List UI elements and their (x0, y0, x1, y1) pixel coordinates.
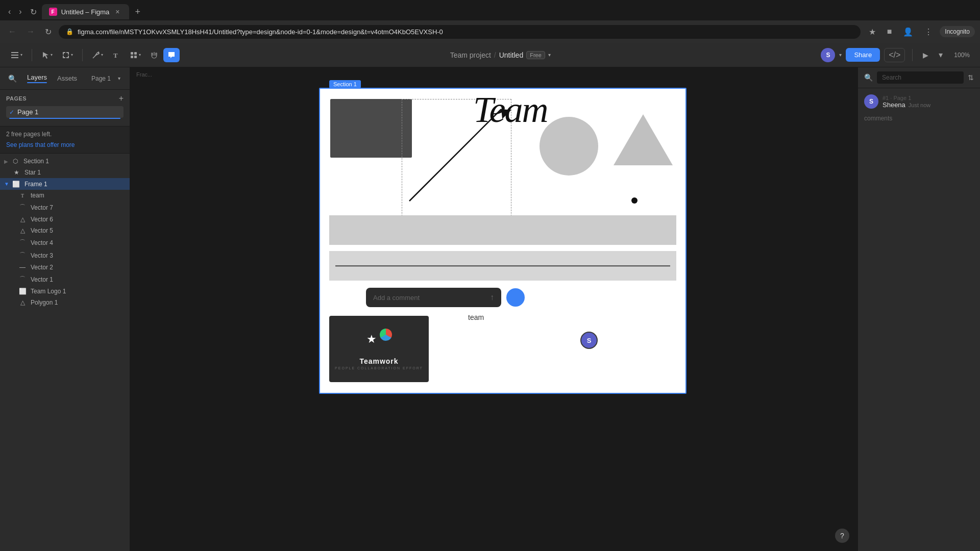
user-avatar-btn[interactable]: S (821, 48, 835, 62)
tab-assets[interactable]: Assets (53, 71, 81, 85)
gray-bar-2 (329, 251, 676, 281)
panel-search-btn[interactable]: 🔍 (6, 72, 19, 85)
tool-group-selection: ▾ ▾ (37, 48, 77, 62)
layer-team-name: team (31, 192, 124, 199)
hand-tool-btn[interactable] (146, 48, 162, 62)
pages-section: Pages + ✓ Page 1 (0, 90, 130, 127)
vector6-icon: △ (18, 216, 27, 223)
comment-user-block: S #1 · Page 1 Sheena Just now (858, 88, 980, 115)
address-input[interactable] (78, 28, 853, 36)
layer-frame1[interactable]: ▼ ⬜ Frame 1 🔒 👁 (0, 178, 130, 190)
page-selector-dropdown[interactable]: ▾ (115, 73, 124, 83)
vector1-icon: ⌒ (18, 275, 27, 284)
incognito-btn[interactable]: Incognito (940, 26, 975, 37)
frame-icon: ⬜ (12, 181, 20, 188)
comment-submit-btn[interactable]: ↑ (490, 293, 494, 302)
teamwork-logo-box: ★ Teamwork PEOPLE COLLABORATION EFFORT (329, 316, 429, 382)
section-1-label: Section 1 (329, 80, 361, 88)
svg-rect-0 (11, 52, 18, 53)
layer-vector5[interactable]: △ Vector 5 (0, 225, 130, 236)
play-dropdown-btn[interactable]: ▾ (936, 48, 946, 62)
move-tool-btn[interactable]: ▾ (37, 48, 57, 62)
main-frame[interactable]: Team (319, 88, 687, 394)
play-btn[interactable]: ▶ (920, 49, 932, 61)
layer-teamlogo1-name: Team Logo 1 (31, 288, 124, 295)
lock-layer-btn[interactable]: 🔒 (103, 180, 113, 188)
frame-tool-btn[interactable]: ▾ (58, 48, 77, 62)
svg-rect-10 (68, 56, 69, 58)
free-pages-link[interactable]: See plans that offer more (6, 141, 75, 148)
settings-btn[interactable]: ⋮ (920, 25, 937, 39)
canvas-area[interactable]: Frac... Section 1 Team (130, 67, 857, 551)
layer-vector7[interactable]: ⌒ Vector 7 (0, 201, 130, 214)
tab-layers[interactable]: Layers (23, 71, 51, 85)
svg-rect-8 (68, 52, 69, 55)
free-pages-notice: 2 free pages left. See plans that offer … (0, 127, 130, 154)
layer-vector1[interactable]: ⌒ Vector 1 (0, 273, 130, 286)
tab-forward-btn[interactable]: › (16, 5, 24, 18)
pages-title: Pages (6, 95, 27, 102)
address-bar[interactable]: 🔒 (59, 25, 861, 39)
page-check-icon: ✓ (9, 109, 14, 116)
code-view-btn[interactable]: </> (884, 48, 905, 62)
comment-tool-btn[interactable] (163, 48, 180, 62)
toolbar-right-actions: S ▾ Share </> ▶ ▾ 100% (821, 48, 974, 62)
svg-rect-2 (11, 57, 18, 58)
new-tab-btn[interactable]: + (131, 6, 145, 18)
add-page-btn[interactable]: + (119, 94, 124, 103)
svg-rect-7 (63, 52, 64, 55)
forward-btn[interactable]: → (23, 25, 38, 38)
arrow-vector (399, 99, 517, 216)
pen-tool-btn[interactable]: ▾ (88, 48, 107, 62)
tab-close-btn[interactable]: × (113, 7, 121, 16)
reload-btn[interactable]: ↻ (42, 25, 55, 39)
layer-team-text[interactable]: T team (0, 190, 130, 201)
sheena-canvas-avatar[interactable]: S (580, 332, 598, 349)
layer-vector4[interactable]: ⌒ Vector 4 (0, 236, 130, 249)
breadcrumb-separator: / (494, 51, 496, 59)
layer-vector2[interactable]: — Vector 2 (0, 262, 130, 273)
resources-btn[interactable]: ▾ (126, 48, 145, 62)
right-panel-header: 🔍 ⇅ (858, 67, 980, 88)
layer-star1[interactable]: ★ Star 1 (0, 167, 130, 178)
tab-reload-btn[interactable]: ↻ (27, 5, 40, 19)
back-btn[interactable]: ← (5, 25, 19, 38)
tab-back-btn[interactable]: ‹ (5, 5, 14, 18)
svg-rect-13 (131, 52, 133, 55)
sort-btn[interactable]: ⇅ (968, 73, 974, 82)
comments-label: comments (858, 115, 980, 126)
extensions-btn[interactable]: ■ (883, 25, 896, 38)
main-area: 🔍 Layers Assets Page 1 ▾ Pages + ✓ Page … (0, 67, 980, 551)
commenter-avatar: S (864, 94, 878, 109)
layer-section1[interactable]: ▶ ⬡ Section 1 (0, 156, 130, 167)
dot-shape (631, 197, 638, 204)
bookmark-btn[interactable]: ★ (865, 25, 880, 39)
show-layer-btn[interactable]: 👁 (115, 180, 124, 188)
file-name[interactable]: Untitled (499, 51, 523, 59)
comment-input-container: Add a comment ↑ (366, 288, 525, 307)
figma-app: ▾ ▾ ▾ ▾ T ▾ (0, 43, 980, 551)
text-tool-btn[interactable]: T (108, 48, 125, 62)
page-item-1[interactable]: ✓ Page 1 (6, 106, 124, 118)
zoom-level-btn[interactable]: 100% (950, 49, 974, 61)
tool-separator-2 (82, 49, 83, 61)
right-panel: 🔍 ⇅ S #1 · Page 1 Sheena Just now commen… (857, 67, 980, 551)
panel-header: 🔍 Layers Assets Page 1 ▾ (0, 67, 130, 90)
toolbar-separator-right (912, 49, 913, 61)
help-btn[interactable]: ? (835, 529, 849, 543)
free-badge-dropdown[interactable]: ▾ (548, 52, 551, 58)
profile-btn[interactable]: 👤 (899, 25, 917, 39)
browser-tab[interactable]: F Untitled – Figma × (42, 4, 129, 19)
right-search-input[interactable] (877, 71, 964, 84)
menu-btn[interactable]: ▾ (6, 47, 27, 63)
layer-frame1-name: Frame 1 (24, 181, 100, 188)
layer-teamlogo1[interactable]: ⬜ Team Logo 1 (0, 286, 130, 297)
teamwork-logo-tagline: PEOPLE COLLABORATION EFFORT (335, 366, 423, 370)
share-btn[interactable]: Share (846, 48, 880, 62)
project-name[interactable]: Team project (450, 51, 491, 59)
layer-vector3[interactable]: ⌒ Vector 3 (0, 249, 130, 262)
layer-vector6[interactable]: △ Vector 6 (0, 214, 130, 225)
avatar-dropdown-btn[interactable]: ▾ (839, 52, 842, 58)
comment-input-box[interactable]: Add a comment ↑ (366, 288, 501, 307)
layer-polygon1[interactable]: △ Polygon 1 (0, 297, 130, 308)
